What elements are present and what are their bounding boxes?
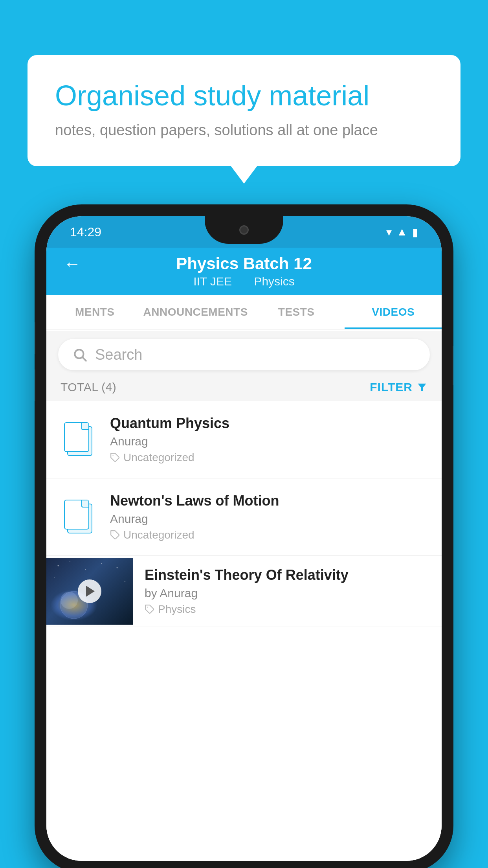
- tag-icon: [110, 452, 120, 463]
- battery-icon: ▮: [412, 226, 418, 239]
- speech-bubble-section: Organised study material notes, question…: [28, 55, 460, 166]
- item-category: Uncategorized: [123, 451, 194, 464]
- wifi-icon: ▾: [386, 226, 392, 239]
- filter-label: FILTER: [370, 381, 413, 394]
- item-author: Anurag: [110, 435, 427, 448]
- file-icon-front: [64, 500, 89, 530]
- svg-marker-2: [418, 384, 426, 391]
- speech-bubble: Organised study material notes, question…: [28, 55, 460, 166]
- item-tag-row: Uncategorized: [110, 529, 427, 541]
- filter-button[interactable]: FILTER: [370, 381, 427, 394]
- status-time: 14:29: [70, 225, 101, 239]
- front-camera: [239, 225, 249, 235]
- status-icons: ▾ ▲ ▮: [386, 226, 418, 239]
- item-details: Newton's Laws of Motion Anurag Uncategor…: [110, 493, 427, 541]
- svg-point-9: [117, 567, 118, 568]
- item-details: Quantum Physics Anurag Uncategorized: [110, 415, 427, 464]
- content-area: Quantum Physics Anurag Uncategorized: [46, 401, 442, 861]
- play-triangle: [86, 586, 95, 597]
- back-button[interactable]: ←: [64, 254, 81, 274]
- svg-point-7: [85, 569, 86, 570]
- search-bar-wrapper: Search: [46, 331, 442, 378]
- tag-icon: [145, 604, 155, 614]
- item-title: Quantum Physics: [110, 415, 427, 432]
- bubble-subtitle: notes, question papers, solutions all at…: [55, 122, 433, 139]
- video-title: Einstein's Theory Of Relativity: [145, 567, 430, 583]
- header-subtitle-part2: Physics: [254, 275, 294, 288]
- tabs-bar: MENTS ANNOUNCEMENTS TESTS VIDEOS: [46, 295, 442, 329]
- phone-screen: 14:29 ▾ ▲ ▮ ← Physics Batch 12 IIT JEE P…: [46, 216, 442, 861]
- item-author: Anurag: [110, 512, 427, 526]
- file-icon-fold: [81, 500, 88, 508]
- svg-point-5: [58, 565, 59, 566]
- total-count: TOTAL (4): [61, 381, 116, 394]
- video-details: Einstein's Theory Of Relativity by Anura…: [133, 556, 442, 627]
- video-thumbnail: [46, 558, 133, 625]
- header-title: Physics Batch 12: [176, 254, 312, 273]
- filter-row: TOTAL (4) FILTER: [46, 373, 442, 401]
- tab-ments[interactable]: MENTS: [46, 295, 143, 329]
- list-item[interactable]: Newton's Laws of Motion Anurag Uncategor…: [46, 478, 442, 556]
- svg-point-10: [54, 577, 55, 578]
- item-icon-wrapper: [61, 420, 96, 459]
- power-button: [453, 346, 453, 385]
- volume-down-button: [35, 370, 35, 401]
- list-item-video[interactable]: Einstein's Theory Of Relativity by Anura…: [46, 556, 442, 627]
- svg-line-1: [83, 357, 86, 361]
- search-placeholder: Search: [95, 346, 142, 363]
- phone-frame: 14:29 ▾ ▲ ▮ ← Physics Batch 12 IIT JEE P…: [35, 204, 453, 868]
- tab-announcements[interactable]: ANNOUNCEMENTS: [143, 295, 248, 329]
- item-title: Newton's Laws of Motion: [110, 493, 427, 509]
- search-bar[interactable]: Search: [58, 339, 430, 370]
- file-icon: [64, 422, 92, 457]
- item-icon-wrapper: [61, 497, 96, 537]
- svg-point-6: [70, 561, 70, 562]
- filter-icon: [416, 382, 427, 393]
- phone-notch: [205, 216, 283, 244]
- file-icon: [64, 500, 92, 534]
- play-button[interactable]: [78, 579, 101, 603]
- file-icon-front: [64, 422, 89, 452]
- tag-icon: [110, 530, 120, 540]
- svg-point-11: [125, 581, 125, 582]
- search-icon: [72, 347, 87, 362]
- volume-up-button: [35, 322, 35, 354]
- app-header: ← Physics Batch 12 IIT JEE Physics: [46, 248, 442, 295]
- tab-videos[interactable]: VIDEOS: [345, 295, 442, 329]
- list-item[interactable]: Quantum Physics Anurag Uncategorized: [46, 401, 442, 478]
- video-category: Physics: [158, 603, 196, 616]
- signal-icon: ▲: [396, 226, 407, 238]
- item-category: Uncategorized: [123, 529, 194, 541]
- video-author: by Anurag: [145, 587, 430, 600]
- bubble-title: Organised study material: [55, 79, 433, 112]
- video-tag-row: Physics: [145, 603, 430, 616]
- header-subtitle: IIT JEE Physics: [189, 275, 299, 288]
- header-subtitle-part1: IIT JEE: [193, 275, 232, 288]
- tab-tests[interactable]: TESTS: [248, 295, 345, 329]
- svg-point-8: [101, 563, 102, 564]
- svg-point-13: [61, 592, 78, 609]
- file-icon-fold: [81, 423, 88, 430]
- item-tag-row: Uncategorized: [110, 451, 427, 464]
- header-row: ← Physics Batch 12: [46, 254, 442, 273]
